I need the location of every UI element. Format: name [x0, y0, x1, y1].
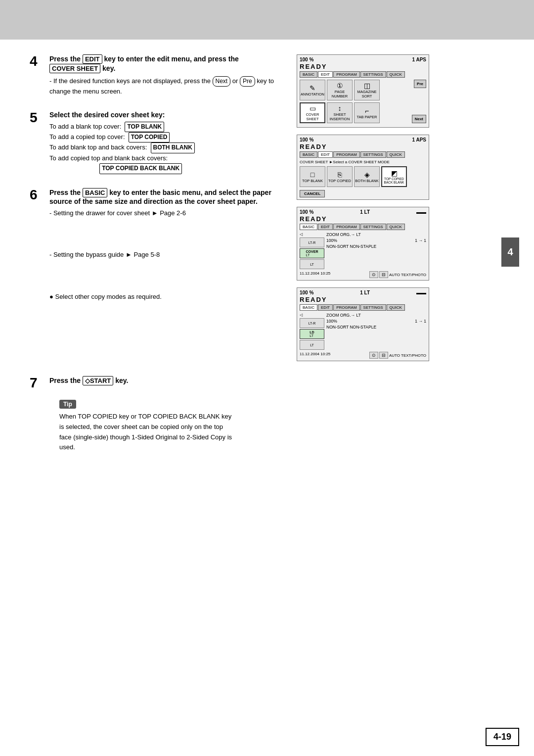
ui1-tab-program[interactable]: PROGRAM — [333, 71, 359, 78]
ui3-drawers: ◁ LT-R COVER LT LT — [300, 232, 324, 269]
edit-key: EDIT — [83, 54, 102, 64]
ui1-icon-magazinesort[interactable]: ◫ MAGAZINE SORT — [354, 80, 380, 100]
ui1-tabs: BASIC EDIT PROGRAM SETTINGS QUICK — [300, 71, 426, 78]
ui4-drawer-lt2[interactable]: LT — [300, 340, 324, 350]
ui3-drawer-ltr[interactable]: LT-R — [300, 237, 324, 247]
start-key: ◇START — [83, 376, 113, 385]
ui4-tab-program[interactable]: PROGRAM — [333, 304, 359, 311]
ui1-icon-annotation[interactable]: ✎ ANNOTATION — [300, 80, 325, 100]
ui4-bar: ▬▬ — [416, 290, 426, 295]
ui4-zoom-label: ZOOM ORG.→ LT — [326, 313, 361, 318]
pagenumber-label: PAGE NUMBER — [327, 90, 352, 98]
ui4-tab-settings[interactable]: SETTINGS — [360, 304, 386, 311]
ui4-drawer-ld[interactable]: LD LT — [300, 329, 324, 339]
step-5-block: 5 Select the desired cover sheet key: To… — [30, 111, 287, 174]
ui4-tab-basic[interactable]: BASIC — [300, 304, 317, 311]
pagenumber-icon: ① — [337, 82, 343, 90]
top-copied-key: TOP COPIED — [129, 132, 170, 142]
step-6-body1: - Setting the drawer for cover sheet ► P… — [49, 208, 287, 219]
ui3-auto: ⊙ ⊟ AUTO TEXT/PHOTO — [369, 271, 426, 278]
ui3-tab-program[interactable]: PROGRAM — [333, 224, 359, 230]
ui4-body: ◁ LT-R LD LT LT — [300, 313, 426, 350]
ui4-drawer-ltr[interactable]: LT-R — [300, 318, 324, 328]
top-copied-back-blank-key: TOP COPIED BACK BLANK — [99, 163, 182, 174]
ui3-cover-label: COVER — [306, 250, 318, 253]
ui3-lt2-label: LT — [310, 263, 314, 266]
ui4-ready: READY — [300, 296, 426, 303]
ui3-header: 100 % 1 LT ▬▬ — [300, 209, 426, 215]
ui1-icon-coversheet[interactable]: ▭ COVER SHEET — [300, 102, 325, 123]
ui1-tab-edit[interactable]: EDIT — [318, 71, 333, 78]
ui3-footer: 11.12.2004 10:25 ⊙ ⊟ AUTO TEXT/PHOTO — [300, 271, 426, 278]
ui3-nonsort-row: NON-SORT NON-STAPLE — [326, 244, 426, 249]
ui2-aps: 1 APS — [412, 137, 426, 142]
ui3-tab-basic[interactable]: BASIC — [300, 224, 317, 230]
step-5-number: 5 — [30, 111, 44, 174]
ui3-tab-quick[interactable]: QUICK — [387, 224, 405, 230]
bothblank-label: BOTH BLANK — [355, 179, 379, 183]
ui4-tab-quick[interactable]: QUICK — [387, 304, 405, 311]
top-blank-key: TOP BLANK — [125, 122, 164, 132]
ui2-tab-settings[interactable]: SETTINGS — [360, 151, 386, 158]
cancel-button[interactable]: CANCEL — [300, 190, 325, 197]
step-4-body: - If the desired function keys are not d… — [49, 76, 287, 97]
basic-key: BASIC — [83, 188, 107, 197]
ui1-aps: 1 APS — [412, 57, 426, 62]
ui1-icon-pagenumber[interactable]: ① PAGE NUMBER — [327, 80, 353, 100]
coversheet-icon: ▭ — [310, 104, 316, 112]
next-button[interactable]: Next — [412, 115, 426, 123]
ui4-ld-label: LD — [310, 331, 314, 334]
ui4-arrow: 1 → 1 — [415, 319, 426, 324]
ui1-header: 100 % 1 APS — [300, 57, 426, 62]
ui2-icon-topblank[interactable]: □ TOP BLANK — [300, 166, 325, 187]
ui2-tab-program[interactable]: PROGRAM — [333, 151, 359, 158]
ui2-tab-edit[interactable]: EDIT — [318, 151, 333, 158]
right-column: 100 % 1 APS READY BASIC EDIT PROGRAM SET… — [297, 54, 435, 361]
ui4-zoomval: 100% — [326, 319, 337, 324]
ui3-tabs: BASIC EDIT PROGRAM SETTINGS QUICK — [300, 224, 426, 230]
ui4-header: 100 % 1 LT ▬▬ — [300, 290, 426, 295]
ui1-icon-sheetinsertion[interactable]: ↕ SHEET INSERTION — [327, 102, 353, 123]
ui4-tab-edit[interactable]: EDIT — [318, 304, 333, 311]
ui1-tab-settings[interactable]: SETTINGS — [360, 71, 386, 78]
tip-text: When TOP COPIED key or TOP COPIED BACK B… — [59, 412, 485, 453]
ui3-nonsort: NON-SORT NON-STAPLE — [326, 244, 376, 249]
ui4-zoomval-row: 100% 1 → 1 — [326, 319, 426, 324]
ui2-tab-quick[interactable]: QUICK — [387, 151, 405, 158]
ui3-drawer-cover[interactable]: COVER LT — [300, 248, 324, 258]
ui3-tab-settings[interactable]: SETTINGS — [360, 224, 386, 230]
ui3-auto-label: AUTO TEXT/PHOTO — [389, 273, 426, 277]
ui3-drawer-lt2[interactable]: LT — [300, 259, 324, 269]
ui2-icon-topcopiedbackblank[interactable]: ◩ TOP COPIED BACK BLANK — [381, 166, 407, 187]
ui2-tab-basic[interactable]: BASIC — [300, 151, 317, 158]
ui1-icon-tabpaper[interactable]: ⌐ TAB PAPER — [354, 102, 380, 123]
topblank-icon: □ — [311, 171, 314, 179]
ui4-footer: 11.12.2004 10:25 ⊙ ⊟ AUTO TEXT/PHOTO — [300, 352, 426, 359]
ui2-icons: □ TOP BLANK ⎘ TOP COPIED ◈ BOTH BLANK ◩ … — [300, 166, 426, 187]
ui4-zoom-row: ZOOM ORG.→ LT — [326, 313, 426, 318]
step-4-block: 4 Press the EDIT key to enter the edit m… — [30, 54, 287, 97]
ui4-percent: 100 % — [300, 290, 313, 295]
ui4-nonsort-row: NON-SORT NON-STAPLE — [326, 325, 426, 330]
tip-box: Tip When TOP COPIED key or TOP COPIED BA… — [59, 400, 485, 453]
tip-topcopiedbackblank-key: TOP COPIED BACK BLANK — [138, 413, 220, 420]
ui1-tab-quick[interactable]: QUICK — [387, 71, 405, 78]
sheetinsertion-icon: ↕ — [338, 104, 342, 112]
ui2-icon-bothblank[interactable]: ◈ BOTH BLANK — [354, 166, 380, 187]
cover-sheet-key: COVER SHEET — [49, 64, 100, 73]
ui3-percent: 100 % — [300, 209, 313, 215]
ui1-tab-basic[interactable]: BASIC — [300, 71, 317, 78]
annotation-label: ANNOTATION — [301, 92, 324, 96]
topcopied-label: TOP COPIED — [328, 179, 351, 183]
ui2-tabs: BASIC EDIT PROGRAM SETTINGS QUICK — [300, 151, 426, 158]
ui3-bar: ▬▬ — [416, 209, 426, 215]
ui2-icon-topcopied[interactable]: ⎘ TOP COPIED — [327, 166, 353, 187]
ui3-zoom-row: ZOOM ORG.→ LT — [326, 232, 426, 237]
ui1-icons-row1: ✎ ANNOTATION ① PAGE NUMBER ◫ MAGAZINE SO… — [300, 80, 412, 100]
ui1-icons-wrapper: ✎ ANNOTATION ① PAGE NUMBER ◫ MAGAZINE SO… — [300, 80, 426, 123]
ui1-percent: 100 % — [300, 57, 313, 62]
pre-button[interactable]: Pre — [414, 80, 426, 88]
step-6-note: ● Select other copy modes as required. — [49, 292, 287, 302]
ui2-percent: 100 % — [300, 137, 313, 142]
ui3-tab-edit[interactable]: EDIT — [318, 224, 333, 230]
